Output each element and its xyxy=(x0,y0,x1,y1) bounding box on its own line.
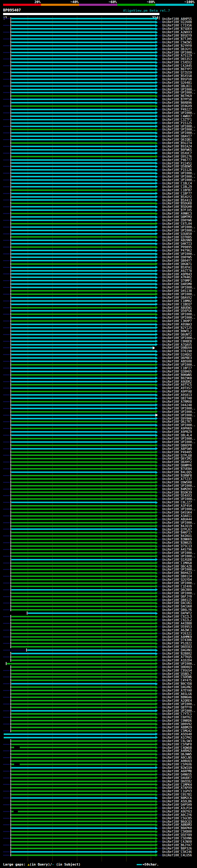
hsp-bar[interactable] xyxy=(11,162,156,164)
hit-label[interactable]: UniRef100_P15126 xyxy=(162,168,192,172)
hit-label[interactable]: UniRef100_B8N6A6 xyxy=(162,695,192,699)
hsp-bar[interactable] xyxy=(11,92,156,93)
hsp-bar[interactable] xyxy=(11,670,156,671)
hit-label[interactable]: UniRef100_A9PFA8 xyxy=(162,390,192,393)
hit-label[interactable]: UniRef100_B5DGH0 xyxy=(162,205,192,209)
hit-label[interactable]: UniRef100_C0H8E8 xyxy=(162,340,192,343)
hsp-bar[interactable] xyxy=(11,48,156,50)
hsp-bar[interactable] xyxy=(11,85,156,87)
hit-label[interactable]: UniRef100_B9SFU0 xyxy=(162,78,192,81)
hit-label[interactable]: UniRef100_C7IXS6 xyxy=(162,24,192,27)
hsp-bar[interactable] xyxy=(11,367,156,369)
hit-label[interactable]: UniRef100_B9IAZ4 xyxy=(162,145,192,148)
hit-label[interactable]: UniRef100_A6ZWC1 xyxy=(162,628,192,632)
hit-label[interactable]: UniRef100_A2WXX3 xyxy=(162,30,192,34)
hit-label[interactable]: UniRef100_Q6XHY2 xyxy=(162,460,192,464)
hsp-bar[interactable] xyxy=(11,522,156,523)
hit-label[interactable]: UniRef100_A9ZT78 xyxy=(162,269,192,273)
hit-label[interactable]: UniRef100_B5X413 xyxy=(162,198,192,202)
hit-label[interactable]: UniRef100_Q56FG6 xyxy=(162,309,192,313)
hsp-bar[interactable] xyxy=(11,72,156,73)
hit-label[interactable]: UniRef100_A9NKC3 xyxy=(162,212,192,215)
hit-label[interactable]: UniRef100_Q00V92 xyxy=(162,722,192,726)
hit-label[interactable]: UniRef100_B0Z9K8 xyxy=(162,377,192,380)
hit-label[interactable]: UniRef100_Q0GN71 xyxy=(162,262,192,266)
hit-label[interactable]: UniRef100_P09895 xyxy=(162,245,192,249)
hsp-bar[interactable] xyxy=(11,710,156,712)
hsp-bar[interactable] xyxy=(11,404,156,406)
hit-label[interactable]: UniRef100_UPI000.. xyxy=(162,88,195,91)
hsp-bar[interactable] xyxy=(11,273,156,275)
hsp-bar[interactable] xyxy=(11,431,156,433)
hsp-bar[interactable] xyxy=(11,696,156,698)
hsp-bar[interactable] xyxy=(11,592,156,594)
hsp-bar[interactable] xyxy=(11,723,156,725)
hsp-bar[interactable] xyxy=(11,331,156,332)
hit-label[interactable]: UniRef100_UPI000.. xyxy=(162,172,195,175)
hit-label[interactable]: UniRef100_Q0D0Q3 xyxy=(162,665,192,669)
hsp-bar[interactable] xyxy=(11,559,156,560)
hit-label[interactable]: UniRef100_C3KHP7 xyxy=(162,319,192,323)
hit-label[interactable]: UniRef100_B0KWN5 xyxy=(162,373,192,377)
hit-label[interactable]: UniRef100_C9ZZL2 xyxy=(162,618,192,622)
hsp-bar[interactable] xyxy=(11,109,156,110)
hsp-bar[interactable] xyxy=(11,206,156,208)
hit-label[interactable]: UniRef100_C4WRX7 xyxy=(162,115,192,118)
hsp-bar[interactable] xyxy=(11,491,156,493)
hsp-bar[interactable] xyxy=(11,542,156,544)
hsp-bar[interactable] xyxy=(11,267,156,268)
hsp-bar[interactable] xyxy=(11,186,156,188)
hsp-bar[interactable] xyxy=(11,135,156,137)
hsp-bar[interactable] xyxy=(11,623,156,624)
hsp-bar[interactable] xyxy=(11,532,156,533)
hsp-bar[interactable] xyxy=(11,807,156,809)
hsp-bar[interactable] xyxy=(11,156,156,157)
hit-label[interactable]: UniRef100_Q90YW6 xyxy=(162,219,192,222)
hit-label[interactable]: UniRef100_C6LSW3 xyxy=(162,739,192,743)
hit-label[interactable]: UniRef100_Q8TFY0 xyxy=(162,706,192,709)
hsp-bar[interactable] xyxy=(11,414,156,416)
hit-label[interactable]: UniRef100_A8NXM3 xyxy=(162,823,192,827)
hit-label[interactable]: UniRef100_Q6NMY6 xyxy=(162,464,192,467)
hsp-bar[interactable] xyxy=(18,811,156,812)
hsp-bar[interactable] xyxy=(11,445,156,446)
hsp-bar[interactable] xyxy=(11,199,156,201)
hit-label[interactable]: UniRef100_A9TYC5 xyxy=(162,383,192,386)
hit-label[interactable]: UniRef100_B4JQ19 xyxy=(162,524,192,528)
hit-label[interactable]: UniRef100_UPI000.. xyxy=(162,91,195,94)
hit-label[interactable]: UniRef100_A1D2D4 xyxy=(162,659,192,662)
hit-label[interactable]: UniRef100_Q4UDE7 xyxy=(162,776,192,780)
hsp-bar[interactable] xyxy=(11,401,156,402)
hit-label[interactable]: UniRef100_UPI000.. xyxy=(162,252,195,255)
hsp-bar[interactable] xyxy=(11,89,156,90)
hit-label[interactable]: UniRef100_Q6YIM1 xyxy=(162,457,192,460)
hsp-bar[interactable] xyxy=(11,421,156,423)
hit-label[interactable]: UniRef100_A0CZY6 xyxy=(162,813,192,816)
hit-label[interactable]: UniRef100_C4Y475 xyxy=(162,679,192,682)
hsp-bar[interactable] xyxy=(11,105,156,107)
hit-label[interactable]: UniRef100_Q4SSK4 xyxy=(162,511,192,514)
hit-label[interactable]: UniRef100_Q75C13 xyxy=(162,545,192,548)
hsp-bar[interactable] xyxy=(11,323,156,325)
hsp-bar[interactable] xyxy=(11,686,156,688)
hsp-bar[interactable] xyxy=(11,619,156,621)
hsp-bar[interactable] xyxy=(11,468,156,470)
hsp-bar[interactable] xyxy=(11,820,156,822)
hit-label[interactable]: UniRef100_Q9W5R8 xyxy=(162,480,192,484)
hit-label[interactable]: UniRef100_Q38HU5 xyxy=(162,370,192,373)
hsp-bar[interactable] xyxy=(11,166,156,167)
hit-label[interactable]: UniRef100_B2WIQ9 xyxy=(162,766,192,770)
hit-label[interactable]: UniRef100_C1M0G8 xyxy=(162,561,192,565)
hsp-bar[interactable] xyxy=(11,246,156,248)
hit-label[interactable]: UniRef100_A9UDR2 xyxy=(162,380,192,383)
hsp-bar[interactable] xyxy=(11,569,156,570)
hit-label[interactable]: UniRef100_Q5BEL7 xyxy=(162,672,192,676)
hsp-bar[interactable] xyxy=(11,519,156,520)
hit-label[interactable]: UniRef100_B3NKK9 xyxy=(162,537,192,541)
hit-label[interactable]: UniRef100_C5P6X6 xyxy=(162,763,192,766)
hit-label[interactable]: UniRef100_Q801I4 xyxy=(162,575,192,578)
hit-label[interactable]: UniRef100_B5XGY2 xyxy=(162,195,192,198)
hsp-bar[interactable] xyxy=(11,827,156,829)
hsp-bar[interactable] xyxy=(11,159,156,161)
hsp-bar[interactable] xyxy=(11,293,156,295)
